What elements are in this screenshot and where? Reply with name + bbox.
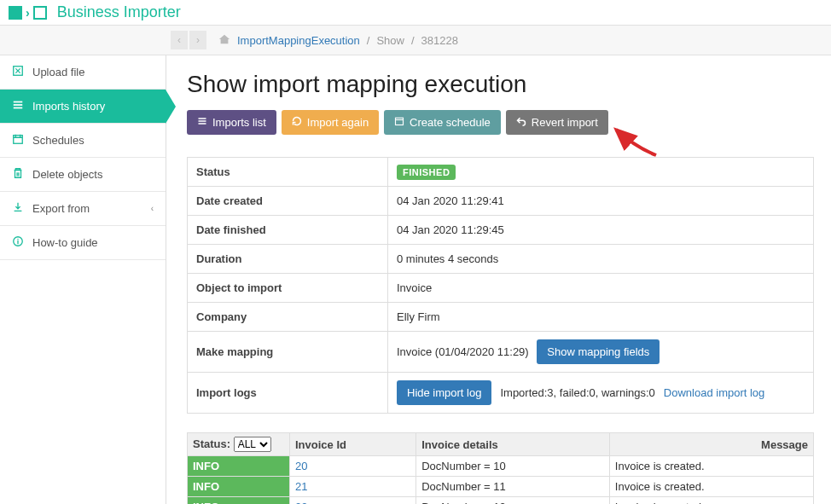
import-again-button[interactable]: Import again [282,110,379,135]
show-mapping-fields-button[interactable]: Show mapping fields [537,339,660,364]
col-message: Message [609,433,813,456]
sidebar-item-upload[interactable]: Upload file [0,55,166,90]
status-filter-select[interactable]: ALL [234,437,271,452]
status-row: Status FINISHED [188,158,814,187]
sidebar: Upload file Imports history Schedules De… [0,55,166,504]
log-details: DocNumber = 12 [416,497,610,505]
table-row: INFO21DocNumber = 11Invoice is created. [188,477,814,497]
log-message: Invoice is created. [609,456,813,477]
duration-row: Duration 0 minutes 4 seconds [188,245,814,274]
invoice-id-link[interactable]: 20 [295,460,307,472]
logo-icon: › [9,6,47,20]
nav-back-button[interactable]: ‹ [171,31,188,49]
company-row: Company Elly Firm [188,303,814,332]
log-details: DocNumber = 11 [416,477,610,497]
log-message: Invoice is created. [609,497,813,505]
svg-rect-1 [14,101,23,103]
log-status: INFO [188,477,290,497]
log-status: INFO [188,497,290,505]
create-schedule-button[interactable]: Create schedule [384,110,501,135]
invoice-id-link[interactable]: 22 [295,501,307,504]
annotation-arrow [609,125,660,159]
download-import-log-link[interactable]: Download import log [664,386,765,399]
history-nav: ‹ › [171,31,206,49]
sidebar-item-schedules[interactable]: Schedules [0,124,166,158]
calendar-icon [394,116,404,129]
app-logo[interactable]: › Business Importer [9,3,181,21]
list-icon [197,116,207,129]
svg-rect-7 [199,120,206,122]
date-finished-row: Date finished 04 Jan 2020 11:29:45 [188,216,814,245]
hide-import-log-button[interactable]: Hide import log [397,380,491,405]
log-status: INFO [188,456,290,477]
excel-icon [12,65,24,79]
object-row: Object to import Invoice [188,274,814,303]
logs-summary: Imported:3, failed:0, warnings:0 [500,386,654,399]
download-icon [12,201,24,216]
sidebar-label: Upload file [32,66,84,78]
logs-row: Import logs Hide import log Imported:3, … [188,373,814,414]
svg-rect-3 [14,107,23,109]
page-title: Show import mapping execution [187,71,814,98]
log-invoice-id: 22 [290,497,416,505]
subheader: ‹ › ImportMappingExecution / Show / 3812… [0,26,831,55]
sidebar-item-howto[interactable]: How-to guide [0,226,166,260]
date-created-row: Date created 04 Jan 2020 11:29:41 [188,187,814,216]
mapping-row: Make mapping Invoice (01/04/2020 11:29) … [188,332,814,373]
sidebar-item-export-from[interactable]: Export from ‹ [0,192,166,226]
sidebar-item-imports-history[interactable]: Imports history [0,90,166,124]
sidebar-label: Delete objects [32,168,102,181]
list-icon [12,99,24,113]
sidebar-label: How-to guide [32,236,98,249]
revert-import-button[interactable]: Revert import [506,110,608,135]
breadcrumb-id: 381228 [421,34,458,47]
svg-rect-2 [14,104,23,106]
invoice-id-link[interactable]: 21 [295,480,307,493]
log-invoice-id: 21 [290,477,416,497]
import-log-table: Status: ALL Invoice Id Invoice details M… [187,432,814,504]
log-details: DocNumber = 10 [416,456,610,477]
breadcrumb-show: Show [376,34,404,47]
svg-rect-9 [396,118,404,125]
info-table: Status FINISHED Date created 04 Jan 2020… [187,157,814,414]
col-invoice-details: Invoice details [416,433,610,456]
table-row: INFO20DocNumber = 10Invoice is created. [188,456,814,477]
action-buttons: Imports list Import again Create schedul… [187,110,814,135]
nav-forward-button[interactable]: › [189,31,206,49]
sidebar-label: Export from [32,202,90,215]
trash-icon [12,167,24,182]
imports-list-button[interactable]: Imports list [187,110,276,135]
log-invoice-id: 20 [290,456,416,477]
table-row: INFO22DocNumber = 12Invoice is created. [188,497,814,505]
chevron-left-icon: ‹ [151,204,154,213]
home-icon[interactable] [218,33,230,48]
info-icon [12,235,24,250]
sidebar-item-delete-objects[interactable]: Delete objects [0,158,166,192]
calendar-icon [12,133,24,148]
content: Show import mapping execution Imports li… [166,55,831,504]
breadcrumb: ImportMappingExecution / Show / 381228 [218,33,458,48]
svg-rect-4 [14,136,23,144]
svg-rect-6 [199,118,206,119]
svg-rect-8 [199,123,206,125]
sidebar-label: Imports history [32,100,105,113]
sidebar-label: Schedules [32,134,84,147]
status-badge: FINISHED [397,165,456,180]
app-header: › Business Importer [0,0,831,26]
breadcrumb-link[interactable]: ImportMappingExecution [237,34,360,47]
app-name: Business Importer [57,3,181,21]
log-message: Invoice is created. [609,477,813,497]
col-invoice-id: Invoice Id [290,433,416,456]
undo-icon [516,116,526,129]
refresh-icon [292,116,302,129]
status-filter-header: Status: ALL [188,433,290,456]
